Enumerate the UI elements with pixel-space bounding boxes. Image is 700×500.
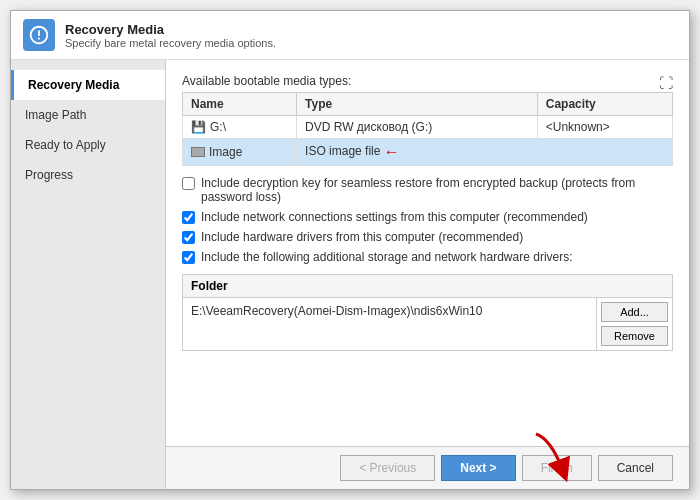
finish-button[interactable]: Finish [522, 455, 592, 481]
folder-header: Folder [183, 275, 672, 298]
title-bar: Recovery Media Specify bare metal recove… [11, 11, 689, 60]
col-name: Name [183, 93, 297, 116]
checkbox-network-input[interactable] [182, 211, 195, 224]
create-recovery-media-dialog: Recovery Media Specify bare metal recove… [10, 10, 690, 490]
next-button[interactable]: Next > [441, 455, 515, 481]
dialog-body: Recovery Media Image Path Ready to Apply… [11, 60, 689, 489]
checkbox-additional[interactable]: Include the following additional storage… [182, 250, 673, 264]
dialog-icon [23, 19, 55, 51]
row-name-image: Image [183, 139, 297, 166]
prev-button[interactable]: < Previous [340, 455, 435, 481]
table-row-selected[interactable]: Image ISO image file ← [183, 139, 673, 166]
folder-list: E:\VeeamRecovery(Aomei-Dism-Imagex)\ndis… [183, 298, 596, 350]
folder-path: E:\VeeamRecovery(Aomei-Dism-Imagex)\ndis… [191, 304, 482, 318]
row-name: 💾 G:\ [183, 116, 297, 139]
bottom-bar: < Previous Next > Finish Cancel [166, 446, 689, 489]
expand-icon[interactable]: ⛶ [659, 75, 673, 91]
sidebar: Recovery Media Image Path Ready to Apply… [11, 60, 166, 489]
title-bar-text: Recovery Media Specify bare metal recove… [65, 22, 276, 49]
folder-body: E:\VeeamRecovery(Aomei-Dism-Imagex)\ndis… [183, 298, 672, 350]
section-title: Available bootable media types: [182, 74, 351, 88]
sidebar-item-image-path[interactable]: Image Path [11, 100, 165, 130]
remove-button[interactable]: Remove [601, 326, 668, 346]
row-type: DVD RW дисковод (G:) [297, 116, 538, 139]
media-table: Name Type Capacity 💾 G:\ [182, 92, 673, 166]
checkbox-decryption-input[interactable] [182, 177, 195, 190]
annotation-arrow: ← [384, 143, 400, 160]
row-capacity-image [537, 139, 672, 166]
sidebar-item-progress[interactable]: Progress [11, 160, 165, 190]
dialog-title: Recovery Media [65, 22, 276, 37]
checkbox-additional-input[interactable] [182, 251, 195, 264]
checkbox-group: Include decryption key for seamless rest… [182, 176, 673, 264]
drive-icon: 💾 [191, 120, 206, 134]
main-wrapper: Available bootable media types: ⛶ Name T… [166, 60, 689, 489]
row-capacity: <Unknown> [537, 116, 672, 139]
folder-section: Folder E:\VeeamRecovery(Aomei-Dism-Image… [182, 274, 673, 351]
dialog-subtitle: Specify bare metal recovery media option… [65, 37, 276, 49]
checkbox-decryption[interactable]: Include decryption key for seamless rest… [182, 176, 673, 204]
col-capacity: Capacity [537, 93, 672, 116]
folder-buttons: Add... Remove [596, 298, 672, 350]
table-row[interactable]: 💾 G:\ DVD RW дисковод (G:) <Unknown> [183, 116, 673, 139]
row-type-image: ISO image file ← [297, 139, 538, 166]
checkbox-drivers[interactable]: Include hardware drivers from this compu… [182, 230, 673, 244]
iso-icon [191, 147, 205, 157]
checkbox-network[interactable]: Include network connections settings fro… [182, 210, 673, 224]
main-content: Available bootable media types: ⛶ Name T… [166, 60, 689, 446]
cancel-button[interactable]: Cancel [598, 455, 673, 481]
sidebar-item-recovery-media[interactable]: Recovery Media [11, 70, 165, 100]
sidebar-item-ready-to-apply[interactable]: Ready to Apply [11, 130, 165, 160]
checkbox-drivers-input[interactable] [182, 231, 195, 244]
media-types-section: Available bootable media types: ⛶ Name T… [182, 74, 673, 166]
col-type: Type [297, 93, 538, 116]
add-button[interactable]: Add... [601, 302, 668, 322]
